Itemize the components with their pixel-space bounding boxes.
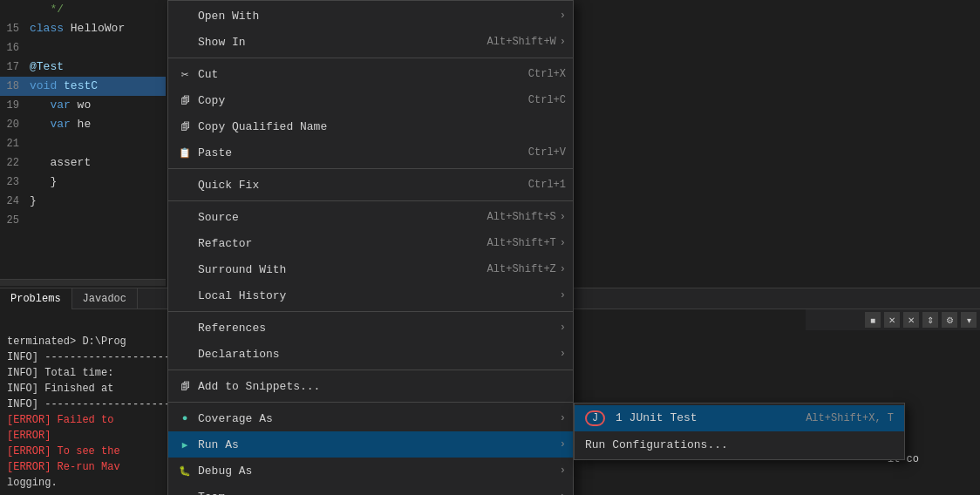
code-line-17: 17 @Test [0, 58, 166, 77]
source-icon [175, 207, 194, 227]
open-with-icon [175, 6, 194, 25]
arrow-run-as-icon: › [560, 438, 566, 451]
menu-item-run-as[interactable]: ▶ Run As › [168, 431, 573, 458]
quick-fix-icon [175, 175, 194, 194]
separator-5 [168, 370, 573, 370]
code-line-16: 16 [0, 38, 166, 58]
copy-icon: 🗐 [175, 91, 194, 110]
code-line-24: 24 } [0, 192, 166, 211]
menu-item-copy[interactable]: 🗐 Copy Ctrl+C [168, 87, 573, 113]
menu-item-declarations[interactable]: Declarations › [168, 341, 573, 367]
coverage-icon: ● [175, 409, 194, 428]
cut-icon: ✂ [175, 64, 194, 84]
code-line-18: 18 void testC [0, 77, 166, 96]
show-in-icon [175, 32, 194, 51]
menu-item-show-in[interactable]: Show In Alt+Shift+W › [168, 29, 573, 55]
tab-problems[interactable]: Problems [0, 288, 72, 309]
separator-6 [168, 402, 573, 403]
arrow-refactor-icon: › [560, 237, 566, 249]
run-as-icon: ▶ [175, 435, 194, 454]
code-line-21: 21 [0, 134, 166, 153]
menu-item-add-snippets[interactable]: 🗐 Add to Snippets... [168, 373, 573, 399]
submenu-item-run-configurations[interactable]: Run Configurations... [575, 431, 904, 458]
run-as-submenu: J 1 JUnit Test Alt+Shift+X, T Run Config… [574, 403, 905, 460]
menu-item-local-history[interactable]: Local History › [168, 282, 573, 309]
view-menu-button[interactable]: ▾ [961, 312, 977, 328]
declarations-icon [175, 344, 194, 363]
arrow-icon-2: › [560, 36, 566, 48]
submenu-item-junit-test[interactable]: J 1 JUnit Test Alt+Shift+X, T [575, 405, 904, 431]
run-config-label: Run Configurations... [585, 438, 894, 451]
code-line-20: 20 var he [0, 115, 166, 134]
arrow-surround-icon: › [560, 263, 566, 275]
debug-icon: 🐛 [175, 461, 194, 480]
menu-item-surround-with[interactable]: Surround With Alt+Shift+Z › [168, 256, 573, 282]
arrow-coverage-icon: › [560, 412, 566, 424]
arrow-team-icon: › [560, 491, 566, 495]
menu-item-source[interactable]: Source Alt+Shift+S › [168, 204, 573, 230]
arrow-debug-icon: › [560, 464, 566, 477]
menu-item-open-with[interactable]: Open With › [168, 3, 573, 29]
console-toolbar: ■ ✕ ✕ ⇕ ⚙ ▾ [806, 309, 980, 330]
arrow-icon: › [560, 10, 566, 22]
settings-button[interactable]: ⚙ [942, 312, 957, 328]
arrow-references-icon: › [560, 322, 566, 334]
close-console-button[interactable]: ✕ [884, 312, 900, 328]
refactor-icon [175, 234, 194, 253]
arrow-local-history-icon: › [560, 289, 566, 302]
separator-3 [168, 200, 573, 201]
snippets-icon: 🗐 [175, 376, 194, 396]
menu-item-debug-as[interactable]: 🐛 Debug As › [168, 458, 573, 484]
menu-item-references[interactable]: References › [168, 315, 573, 341]
junit-label: J 1 JUnit Test [585, 410, 806, 426]
code-line-comment: */ [0, 0, 166, 19]
code-line-19: 19 var wo [0, 96, 166, 115]
menu-item-team[interactable]: Team › [168, 484, 573, 495]
menu-item-copy-qualified-name[interactable]: 🗐 Copy Qualified Name [168, 113, 573, 139]
horizontal-scrollbar[interactable] [0, 279, 166, 286]
separator-1 [168, 58, 573, 58]
separator-2 [168, 168, 573, 169]
team-icon [175, 487, 194, 495]
code-line-22: 22 assert [0, 153, 166, 173]
menu-item-paste[interactable]: 📋 Paste Ctrl+V [168, 139, 573, 166]
menu-item-coverage-as[interactable]: ● Coverage As › [168, 405, 573, 431]
surround-icon [175, 260, 194, 279]
paste-icon: 📋 [175, 143, 194, 162]
code-line-23: 23 } [0, 173, 166, 192]
copy-qualified-icon: 🗐 [175, 117, 194, 136]
remove-button[interactable]: ✕ [903, 312, 919, 328]
stop-button[interactable]: ■ [865, 312, 881, 328]
arrow-source-icon: › [560, 211, 566, 223]
tab-javadoc[interactable]: Javadoc [72, 288, 138, 309]
separator-4 [168, 311, 573, 312]
references-icon [175, 318, 194, 337]
code-editor: */ 15 class HelloWor 16 17 @Test 18 void… [0, 0, 166, 288]
menu-item-quick-fix[interactable]: Quick Fix Ctrl+1 [168, 172, 573, 198]
menu-item-cut[interactable]: ✂ Cut Ctrl+X [168, 61, 573, 87]
code-line-15: 15 class HelloWor [0, 19, 166, 38]
local-history-icon [175, 286, 194, 305]
menu-item-refactor[interactable]: Refactor Alt+Shift+T › [168, 230, 573, 256]
context-menu: Open With › Show In Alt+Shift+W › ✂ Cut … [167, 0, 574, 495]
code-line-25: 25 [0, 211, 166, 230]
scroll-lock-button[interactable]: ⇕ [922, 312, 938, 328]
arrow-declarations-icon: › [560, 348, 566, 360]
